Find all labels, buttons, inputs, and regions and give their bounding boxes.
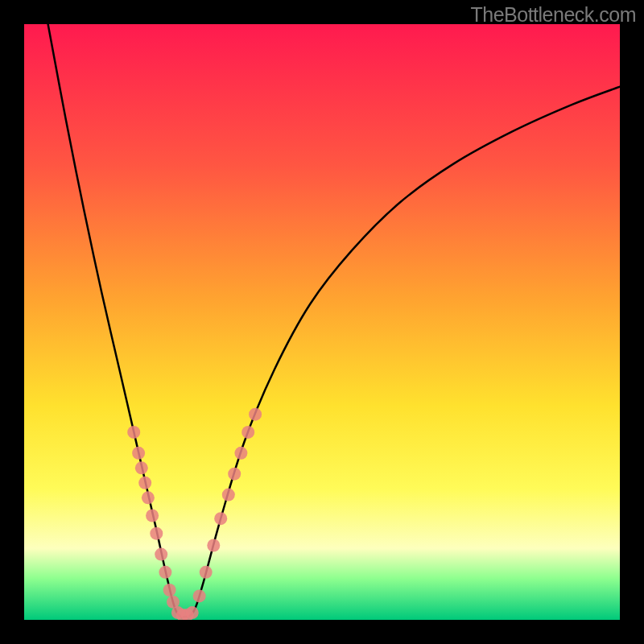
chart-frame: TheBottleneck.com bbox=[0, 0, 644, 644]
data-marker bbox=[155, 548, 167, 561]
data-markers bbox=[127, 408, 262, 620]
data-marker bbox=[135, 461, 148, 474]
data-marker bbox=[186, 606, 199, 619]
data-marker bbox=[159, 566, 171, 579]
data-marker bbox=[142, 491, 155, 504]
data-marker bbox=[127, 426, 140, 439]
data-marker bbox=[222, 489, 235, 502]
bottleneck-curve bbox=[48, 24, 620, 617]
data-marker bbox=[138, 477, 151, 489]
data-marker bbox=[132, 447, 145, 460]
data-marker bbox=[207, 539, 220, 552]
data-marker bbox=[193, 589, 206, 602]
data-marker bbox=[228, 468, 241, 481]
data-marker bbox=[150, 527, 163, 540]
data-marker bbox=[242, 426, 254, 439]
plot-area bbox=[24, 24, 620, 620]
watermark-text: TheBottleneck.com bbox=[471, 3, 637, 27]
data-marker bbox=[234, 447, 247, 460]
data-marker bbox=[214, 512, 227, 525]
data-marker bbox=[163, 584, 176, 597]
data-marker bbox=[200, 566, 213, 579]
data-marker bbox=[249, 408, 262, 421]
data-marker bbox=[146, 510, 159, 522]
curve-svg bbox=[24, 24, 620, 620]
